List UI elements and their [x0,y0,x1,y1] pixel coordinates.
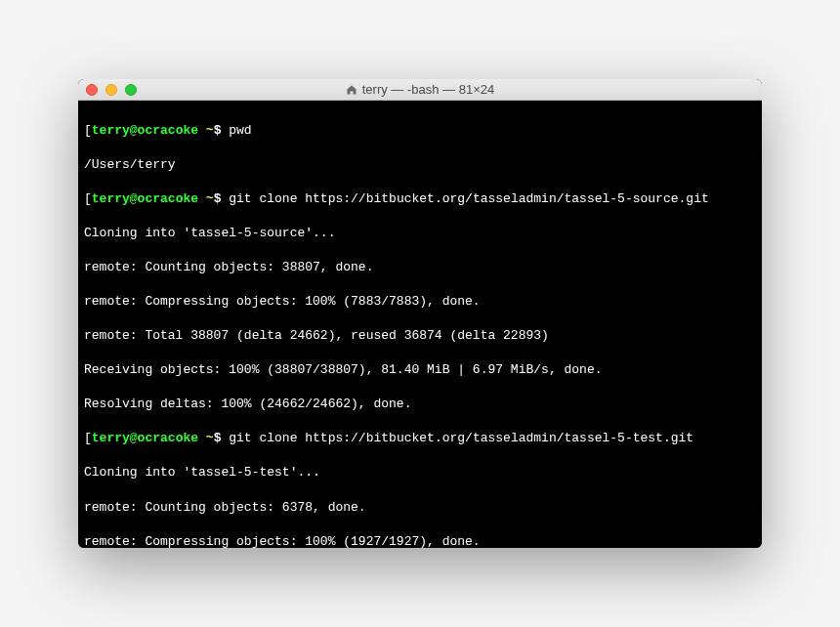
prompt-dollar: $ [214,431,230,445]
terminal-window: terry — -bash — 81×24 [terry@ocracoke ~$… [78,79,762,548]
terminal-line: remote: Counting objects: 38807, done. [84,259,756,276]
window-title-container: terry — -bash — 81×24 [78,82,762,97]
prompt-user: terry@ocracoke [92,191,198,206]
terminal-line: Cloning into 'tassel-5-source'... [84,225,756,242]
terminal-line: remote: Compressing objects: 100% (1927/… [84,533,756,548]
close-button[interactable] [86,84,98,96]
terminal-line: remote: Counting objects: 6378, done. [84,499,756,517]
command-text: git clone https://bitbucket.org/tasselad… [229,431,693,445]
terminal-body[interactable]: [terry@ocracoke ~$ pwd /Users/terry [ter… [78,101,762,548]
terminal-line: [terry@ocracoke ~$ git clone https://bit… [84,430,756,447]
prompt-path: ~ [198,191,214,206]
terminal-line: Resolving deltas: 100% (24662/24662), do… [84,396,756,413]
terminal-line: [terry@ocracoke ~$ pwd [84,122,756,140]
terminal-line: Cloning into 'tassel-5-test'... [84,464,756,481]
terminal-line: Receiving objects: 100% (38807/38807), 8… [84,361,756,379]
command-text: git clone https://bitbucket.org/tasselad… [229,191,708,206]
terminal-line: remote: Compressing objects: 100% (7883/… [84,293,756,311]
zoom-button[interactable] [125,84,137,96]
window-title: terry — -bash — 81×24 [362,82,494,97]
command-text: pwd [229,123,251,138]
prompt-dollar: $ [214,191,230,206]
prompt-user: terry@ocracoke [92,123,198,138]
traffic-lights [78,84,137,96]
prompt-user: terry@ocracoke [92,431,198,445]
prompt-path: ~ [198,123,214,138]
terminal-line: [terry@ocracoke ~$ git clone https://bit… [84,190,756,208]
titlebar[interactable]: terry — -bash — 81×24 [78,79,762,101]
minimize-button[interactable] [105,84,117,96]
terminal-line: /Users/terry [84,156,756,174]
prompt-dollar: $ [214,123,230,138]
terminal-line: remote: Total 38807 (delta 24662), reuse… [84,327,756,345]
prompt-path: ~ [198,431,214,445]
home-icon [346,84,357,96]
